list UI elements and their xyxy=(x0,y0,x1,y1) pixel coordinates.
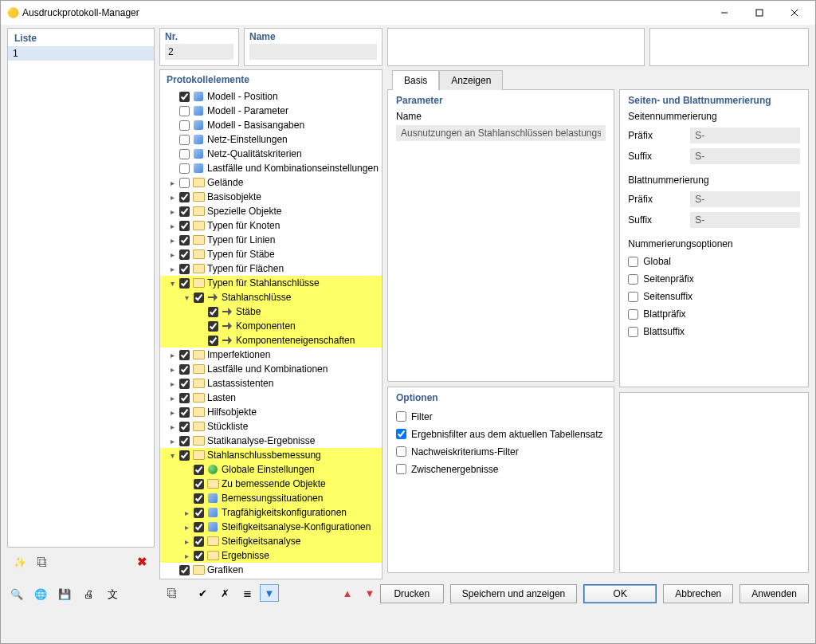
tree-item[interactable]: ▸Typen für Knoten xyxy=(160,218,382,233)
nr-field[interactable] xyxy=(165,44,233,60)
tree-checkbox[interactable] xyxy=(179,264,190,274)
tree-checkbox[interactable] xyxy=(179,379,190,389)
new-button[interactable]: ✨ xyxy=(10,553,29,571)
numopt-checkbox[interactable] xyxy=(628,257,638,267)
tab-basis[interactable]: Basis xyxy=(392,70,439,90)
option-checkbox[interactable] xyxy=(396,411,406,422)
tree-checkbox[interactable] xyxy=(208,321,218,332)
tree-checkbox[interactable] xyxy=(194,465,204,475)
tree-checkbox[interactable] xyxy=(179,120,190,131)
seiten-prefix-field[interactable] xyxy=(690,128,800,143)
tree-checkbox[interactable] xyxy=(179,278,190,289)
tree-checkbox[interactable] xyxy=(208,307,218,317)
drucken-button[interactable]: Drucken xyxy=(380,584,444,603)
tree-item[interactable]: ▸Spezielle Objekte xyxy=(160,204,382,218)
chevron-icon[interactable]: ▸ xyxy=(167,408,178,417)
reload-button[interactable]: 🌐 xyxy=(31,585,50,603)
chevron-icon[interactable]: ▸ xyxy=(167,422,178,431)
tree-item[interactable]: ▸Stückliste xyxy=(160,419,382,434)
print-button-small[interactable]: 🖨 xyxy=(79,585,98,603)
maximize-button[interactable] xyxy=(742,2,777,24)
tree-item[interactable]: ▸Bemessungssituationen xyxy=(160,491,382,505)
abbrechen-button[interactable]: Abbrechen xyxy=(663,584,733,603)
tree-checkbox[interactable] xyxy=(194,551,204,561)
chevron-icon[interactable]: ▾ xyxy=(167,279,178,288)
tree-checkbox[interactable] xyxy=(179,92,190,102)
tree-item[interactable]: ▸Tragfähigkeitskonfigurationen xyxy=(160,505,382,520)
chevron-icon[interactable]: ▸ xyxy=(167,222,178,230)
chevron-icon[interactable]: ▸ xyxy=(167,265,178,273)
option-checkbox[interactable] xyxy=(396,429,406,439)
tree-item[interactable]: ▸Steifigkeitsanalyse xyxy=(160,534,382,548)
tree-checkbox[interactable] xyxy=(179,407,190,418)
chevron-icon[interactable]: ▸ xyxy=(167,207,178,216)
minimize-button[interactable] xyxy=(707,2,742,24)
name-field[interactable] xyxy=(249,44,377,60)
numopt-checkbox[interactable] xyxy=(628,327,638,337)
chevron-icon[interactable]: ▸ xyxy=(181,509,192,517)
tree-checkbox[interactable] xyxy=(179,221,190,231)
chevron-icon[interactable]: ▸ xyxy=(167,394,178,402)
tree-checkbox[interactable] xyxy=(179,393,190,403)
chevron-icon[interactable]: ▾ xyxy=(167,451,178,460)
tree-item[interactable]: ▸Typen für Linien xyxy=(160,233,382,247)
chevron-icon[interactable]: ▸ xyxy=(181,523,192,532)
tree-item[interactable]: ▾Typen für Stahlanschlüsse xyxy=(160,276,382,290)
chevron-icon[interactable]: ▸ xyxy=(167,379,178,388)
copy-button[interactable]: ⿻ xyxy=(33,553,52,571)
tree-item[interactable]: ▸Steifigkeitsanalyse-Konfigurationen xyxy=(160,520,382,534)
tree-checkbox[interactable] xyxy=(179,565,190,575)
ok-button[interactable]: OK xyxy=(583,584,657,603)
speichern-anzeigen-button[interactable]: Speichern und anzeigen xyxy=(450,584,577,603)
tree-item[interactable]: ▸Gelände xyxy=(160,175,382,190)
tree-item[interactable]: ▸Zu bemessende Objekte xyxy=(160,477,382,491)
tab-anzeigen[interactable]: Anzeigen xyxy=(439,70,503,90)
tree-item[interactable]: ▸Komponenten xyxy=(160,319,382,333)
chevron-icon[interactable]: ▸ xyxy=(167,365,178,374)
numopt-checkbox[interactable] xyxy=(628,274,638,285)
tree-checkbox[interactable] xyxy=(179,135,190,145)
tree-checkbox[interactable] xyxy=(179,206,190,217)
tree-item[interactable]: ▸Modell - Parameter xyxy=(160,104,382,118)
proto-tree[interactable]: ▸Modell - Position▸Modell - Parameter▸Mo… xyxy=(160,88,382,579)
tree-item[interactable]: ▸Typen für Flächen xyxy=(160,261,382,276)
tree-checkbox[interactable] xyxy=(194,536,204,547)
tree-item[interactable]: ▸Lasten xyxy=(160,391,382,405)
tree-item[interactable]: ▸Hilfsobjekte xyxy=(160,405,382,419)
option-checkbox[interactable] xyxy=(396,464,406,474)
chevron-icon[interactable]: ▸ xyxy=(167,236,178,245)
tree-checkbox[interactable] xyxy=(194,522,204,532)
tree-checkbox[interactable] xyxy=(194,479,204,489)
tree-item[interactable]: ▸Netz-Einstellungen xyxy=(160,132,382,147)
liste-list[interactable]: 1 xyxy=(8,46,154,547)
tree-checkbox[interactable] xyxy=(208,336,218,346)
tree-item[interactable]: ▸Typen für Stäbe xyxy=(160,247,382,261)
tree-item[interactable]: ▸Basisobjekte xyxy=(160,190,382,204)
chevron-icon[interactable]: ▸ xyxy=(167,437,178,446)
tree-checkbox[interactable] xyxy=(179,149,190,159)
tree-checkbox[interactable] xyxy=(179,106,190,116)
chevron-icon[interactable]: ▸ xyxy=(167,250,178,259)
chevron-icon[interactable]: ▸ xyxy=(181,552,192,560)
chevron-icon[interactable]: ▸ xyxy=(167,179,178,187)
chevron-icon[interactable]: ▸ xyxy=(167,193,178,202)
language-button[interactable]: 文 xyxy=(103,585,122,603)
tree-item[interactable]: ▸Modell - Position xyxy=(160,89,382,104)
tree-checkbox[interactable] xyxy=(179,163,190,174)
chevron-icon[interactable]: ▸ xyxy=(167,351,178,359)
save-disk-button[interactable]: 💾 xyxy=(55,585,74,603)
tree-item[interactable]: ▸Stäbe xyxy=(160,304,382,319)
tree-checkbox[interactable] xyxy=(179,350,190,360)
tree-item[interactable]: ▸Lastfälle und Kombinationen xyxy=(160,362,382,376)
tree-item[interactable]: ▸Modell - Basisangaben xyxy=(160,118,382,132)
tree-checkbox[interactable] xyxy=(194,493,204,504)
tree-item[interactable]: ▾Stahlanschlussbemessung xyxy=(160,448,382,462)
numopt-checkbox[interactable] xyxy=(628,309,638,320)
tree-item[interactable]: ▾Stahlanschlüsse xyxy=(160,290,382,304)
tree-item[interactable]: ▸Globale Einstellungen xyxy=(160,462,382,477)
tree-item[interactable]: ▸Grafiken xyxy=(160,563,382,577)
tree-checkbox[interactable] xyxy=(194,293,204,303)
tree-checkbox[interactable] xyxy=(179,249,190,260)
tree-item[interactable]: ▸Statikanalyse-Ergebnisse xyxy=(160,434,382,448)
tree-checkbox[interactable] xyxy=(194,508,204,518)
